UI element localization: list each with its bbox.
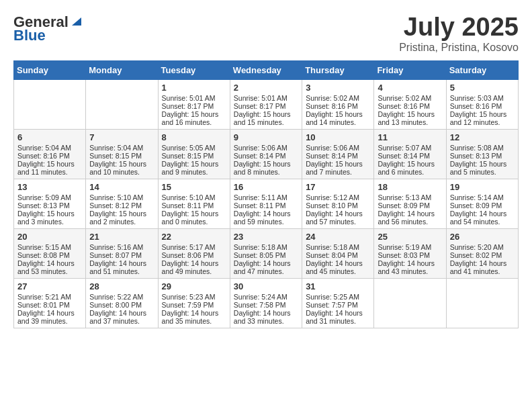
sunset-text: Sunset: 8:14 PM <box>378 152 442 160</box>
sunset-text: Sunset: 8:14 PM <box>234 152 298 160</box>
sunrise-text: Sunrise: 5:04 AM <box>89 144 154 152</box>
calendar-cell: 3Sunrise: 5:02 AMSunset: 8:16 PMDaylight… <box>302 79 374 129</box>
day-number: 9 <box>234 132 298 142</box>
daylight-text: Daylight: 15 hours and 16 minutes. <box>162 110 226 126</box>
daylight-text: Daylight: 14 hours and 49 minutes. <box>162 259 226 275</box>
logo-blue-text: Blue <box>13 27 46 44</box>
calendar-cell: 13Sunrise: 5:09 AMSunset: 8:13 PMDayligh… <box>14 179 86 228</box>
daylight-text: Daylight: 15 hours and 14 minutes. <box>306 110 370 126</box>
day-number: 18 <box>378 182 442 192</box>
daylight-text: Daylight: 14 hours and 43 minutes. <box>378 259 442 275</box>
calendar-cell: 27Sunrise: 5:21 AMSunset: 8:01 PMDayligh… <box>14 278 86 328</box>
day-number: 23 <box>234 232 298 242</box>
sunset-text: Sunset: 8:08 PM <box>17 251 82 259</box>
sunrise-text: Sunrise: 5:01 AM <box>162 94 226 102</box>
calendar-cell: 30Sunrise: 5:24 AMSunset: 7:58 PMDayligh… <box>230 278 302 328</box>
day-number: 2 <box>234 83 298 93</box>
sunset-text: Sunset: 8:17 PM <box>162 102 226 110</box>
daylight-text: Daylight: 15 hours and 5 minutes. <box>450 160 515 176</box>
sunset-text: Sunset: 8:17 PM <box>234 102 298 110</box>
sunrise-text: Sunrise: 5:01 AM <box>234 94 298 102</box>
calendar-cell: 29Sunrise: 5:23 AMSunset: 7:59 PMDayligh… <box>158 278 230 328</box>
calendar-table: SundayMondayTuesdayWednesdayThursdayFrid… <box>13 60 519 328</box>
calendar-week-row: 27Sunrise: 5:21 AMSunset: 8:01 PMDayligh… <box>14 278 519 328</box>
daylight-text: Daylight: 15 hours and 2 minutes. <box>89 210 154 226</box>
sunrise-text: Sunrise: 5:11 AM <box>234 193 298 201</box>
day-number: 20 <box>17 232 82 242</box>
calendar-cell: 24Sunrise: 5:18 AMSunset: 8:04 PMDayligh… <box>302 228 374 278</box>
sunrise-text: Sunrise: 5:09 AM <box>17 193 82 201</box>
calendar-cell: 10Sunrise: 5:06 AMSunset: 8:14 PMDayligh… <box>302 129 374 179</box>
sunrise-text: Sunrise: 5:03 AM <box>450 94 515 102</box>
sunrise-text: Sunrise: 5:20 AM <box>450 243 515 251</box>
daylight-text: Daylight: 14 hours and 35 minutes. <box>162 309 226 325</box>
weekday-header-wednesday: Wednesday <box>230 60 302 79</box>
sunset-text: Sunset: 8:10 PM <box>306 201 370 210</box>
calendar-week-row: 6Sunrise: 5:04 AMSunset: 8:16 PMDaylight… <box>14 129 519 179</box>
day-number: 13 <box>17 182 82 192</box>
daylight-text: Daylight: 14 hours and 53 minutes. <box>17 259 82 275</box>
calendar-week-row: 20Sunrise: 5:15 AMSunset: 8:08 PMDayligh… <box>14 228 519 278</box>
sunset-text: Sunset: 8:07 PM <box>89 251 154 259</box>
sunrise-text: Sunrise: 5:15 AM <box>17 243 82 251</box>
day-number: 24 <box>306 232 370 242</box>
day-number: 12 <box>450 132 515 142</box>
day-number: 28 <box>89 281 154 291</box>
calendar-cell: 1Sunrise: 5:01 AMSunset: 8:17 PMDaylight… <box>158 79 230 129</box>
sunset-text: Sunset: 8:12 PM <box>89 201 154 210</box>
day-number: 4 <box>378 83 442 93</box>
sunset-text: Sunset: 8:00 PM <box>89 301 154 309</box>
day-number: 3 <box>306 83 370 93</box>
sunrise-text: Sunrise: 5:06 AM <box>306 144 370 152</box>
day-number: 5 <box>450 83 515 93</box>
day-number: 6 <box>17 132 82 142</box>
day-number: 25 <box>378 232 442 242</box>
sunrise-text: Sunrise: 5:06 AM <box>234 144 298 152</box>
sunrise-text: Sunrise: 5:18 AM <box>306 243 370 251</box>
calendar-cell: 7Sunrise: 5:04 AMSunset: 8:15 PMDaylight… <box>86 129 158 179</box>
sunrise-text: Sunrise: 5:05 AM <box>162 144 226 152</box>
calendar-header-row: SundayMondayTuesdayWednesdayThursdayFrid… <box>14 60 519 79</box>
sunset-text: Sunset: 8:11 PM <box>162 201 226 210</box>
sunrise-text: Sunrise: 5:22 AM <box>89 293 154 301</box>
calendar-cell: 19Sunrise: 5:14 AMSunset: 8:09 PMDayligh… <box>446 179 518 228</box>
day-number: 14 <box>89 182 154 192</box>
calendar-cell: 25Sunrise: 5:19 AMSunset: 8:03 PMDayligh… <box>374 228 446 278</box>
day-number: 11 <box>378 132 442 142</box>
sunrise-text: Sunrise: 5:04 AM <box>17 144 82 152</box>
day-number: 15 <box>162 182 226 192</box>
sunset-text: Sunset: 8:06 PM <box>162 251 226 259</box>
calendar-cell: 14Sunrise: 5:10 AMSunset: 8:12 PMDayligh… <box>86 179 158 228</box>
calendar-cell: 6Sunrise: 5:04 AMSunset: 8:16 PMDaylight… <box>14 129 86 179</box>
sunrise-text: Sunrise: 5:23 AM <box>162 293 226 301</box>
calendar-cell: 18Sunrise: 5:13 AMSunset: 8:09 PMDayligh… <box>374 179 446 228</box>
sunset-text: Sunset: 7:59 PM <box>162 301 226 309</box>
calendar-cell: 5Sunrise: 5:03 AMSunset: 8:16 PMDaylight… <box>446 79 518 129</box>
calendar-cell: 31Sunrise: 5:25 AMSunset: 7:57 PMDayligh… <box>302 278 374 328</box>
day-number: 10 <box>306 132 370 142</box>
sunset-text: Sunset: 8:11 PM <box>234 201 298 210</box>
calendar-cell: 23Sunrise: 5:18 AMSunset: 8:05 PMDayligh… <box>230 228 302 278</box>
day-number: 8 <box>162 132 226 142</box>
title-block: July 2025 Pristina, Pristina, Kosovo <box>399 13 519 54</box>
sunset-text: Sunset: 8:04 PM <box>306 251 370 259</box>
daylight-text: Daylight: 15 hours and 11 minutes. <box>17 160 82 176</box>
weekday-header-monday: Monday <box>86 60 158 79</box>
calendar-cell <box>446 278 518 328</box>
calendar-cell: 16Sunrise: 5:11 AMSunset: 8:11 PMDayligh… <box>230 179 302 228</box>
sunrise-text: Sunrise: 5:08 AM <box>450 144 515 152</box>
sunrise-text: Sunrise: 5:10 AM <box>162 193 226 201</box>
day-number: 27 <box>17 281 82 291</box>
sunset-text: Sunset: 8:16 PM <box>17 152 82 160</box>
calendar-week-row: 1Sunrise: 5:01 AMSunset: 8:17 PMDaylight… <box>14 79 519 129</box>
daylight-text: Daylight: 14 hours and 39 minutes. <box>17 309 82 325</box>
sunset-text: Sunset: 8:13 PM <box>450 152 515 160</box>
sunset-text: Sunset: 8:05 PM <box>234 251 298 259</box>
daylight-text: Daylight: 14 hours and 51 minutes. <box>89 259 154 275</box>
calendar-cell <box>14 79 86 129</box>
sunrise-text: Sunrise: 5:21 AM <box>17 293 82 301</box>
daylight-text: Daylight: 15 hours and 13 minutes. <box>378 110 442 126</box>
sunrise-text: Sunrise: 5:25 AM <box>306 293 370 301</box>
daylight-text: Daylight: 14 hours and 41 minutes. <box>450 259 515 275</box>
sunrise-text: Sunrise: 5:16 AM <box>89 243 154 251</box>
